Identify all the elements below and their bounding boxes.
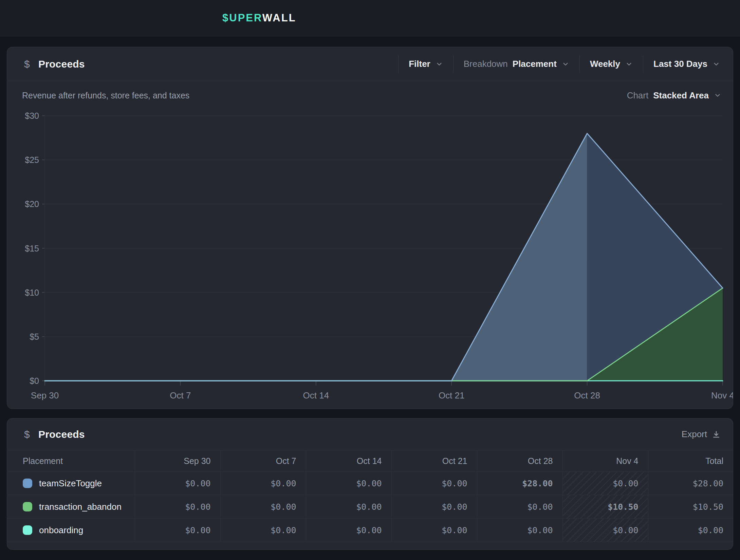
- placement-cell: teamSizeToggle: [7, 472, 135, 495]
- placement-cell: onboarding: [7, 519, 135, 542]
- proceeds-table-card: $ Proceeds Export PlacementSep 30Oct 7Oc…: [7, 418, 733, 550]
- series-name: teamSizeToggle: [39, 478, 102, 489]
- y-axis-label: $0: [30, 376, 39, 386]
- date-range-value: Last 30 Days: [653, 59, 707, 69]
- y-axis-label: $10: [25, 288, 39, 297]
- proceeds-chart-card: $ Proceeds Filter Breakdown Placement We…: [7, 47, 733, 409]
- series-color-chip: [23, 479, 32, 488]
- export-button[interactable]: Export: [682, 429, 721, 440]
- chart-card-title: Proceeds: [38, 58, 85, 70]
- proceeds-table-body: teamSizeToggle$0.00$0.00$0.00$0.00$28.00…: [7, 472, 733, 542]
- column-header: Oct 28: [477, 450, 562, 472]
- export-label: Export: [682, 429, 707, 440]
- divider: [579, 55, 580, 73]
- column-header: Oct 21: [391, 450, 477, 472]
- series-color-chip: [23, 525, 32, 535]
- chart-sub-row: Revenue after refunds, store fees, and t…: [7, 85, 733, 106]
- chart-controls: Filter Breakdown Placement Weekly Last 3…: [388, 55, 720, 73]
- logo-secondary: WALL: [262, 12, 296, 24]
- breakdown-value: Placement: [513, 59, 557, 69]
- value-cell: $0.00: [306, 519, 391, 542]
- x-axis-label: Oct 21: [439, 390, 465, 400]
- breakdown-control[interactable]: Breakdown Placement: [464, 59, 569, 69]
- interval-control[interactable]: Weekly: [590, 59, 633, 69]
- chevron-down-icon: [562, 60, 569, 68]
- value-cell: $0.00: [306, 495, 391, 519]
- series-name: transaction_abandon: [39, 502, 122, 512]
- interval-value: Weekly: [590, 59, 620, 69]
- value-cell: $0.00: [477, 519, 562, 542]
- x-axis-label: Oct 7: [170, 390, 191, 400]
- value-cell: $10.50: [562, 495, 648, 519]
- chart-type-label: Chart: [627, 90, 649, 101]
- dollar-icon: $: [24, 58, 38, 70]
- column-header: Oct 14: [306, 450, 391, 472]
- table-row: teamSizeToggle$0.00$0.00$0.00$0.00$28.00…: [7, 472, 733, 495]
- value-cell: $0.00: [220, 495, 306, 519]
- column-header: Placement: [7, 450, 135, 472]
- value-cell: $0.00: [648, 519, 733, 542]
- value-cell: $10.50: [648, 495, 733, 519]
- chevron-down-icon: [436, 60, 443, 68]
- column-header: Oct 7: [220, 450, 306, 472]
- proceeds-stacked-area-chart[interactable]: $30$25$20$15$10$5$0Sep 30Oct 7Oct 14Oct …: [7, 108, 733, 407]
- chart-subtitle: Revenue after refunds, store fees, and t…: [22, 91, 189, 100]
- value-cell: $0.00: [220, 472, 306, 495]
- x-axis-label: Oct 28: [574, 390, 600, 400]
- placement-cell: transaction_abandon: [7, 495, 135, 519]
- value-cell: $0.00: [477, 495, 562, 519]
- top-bar: $UPERWALL: [0, 0, 740, 36]
- proceeds-table: PlacementSep 30Oct 7Oct 14Oct 21Oct 28No…: [7, 450, 733, 542]
- y-axis-label: $25: [25, 155, 39, 165]
- filter-control[interactable]: Filter: [409, 59, 443, 69]
- table-card-header: $ Proceeds Export: [7, 418, 733, 450]
- y-axis-label: $15: [25, 244, 39, 253]
- chevron-down-icon: [713, 60, 720, 68]
- x-axis-label: Nov 4: [711, 390, 733, 400]
- value-cell: $28.00: [648, 472, 733, 495]
- y-axis-label: $30: [25, 111, 39, 120]
- column-header: Nov 4: [562, 450, 648, 472]
- y-axis-label: $5: [30, 332, 39, 341]
- value-cell: $0.00: [220, 519, 306, 542]
- value-cell: $0.00: [391, 472, 477, 495]
- value-cell: $0.00: [135, 519, 220, 542]
- table-row: transaction_abandon$0.00$0.00$0.00$0.00$…: [7, 495, 733, 519]
- chart-type-value: Stacked Area: [653, 90, 709, 101]
- table-header-row: PlacementSep 30Oct 7Oct 14Oct 21Oct 28No…: [7, 450, 733, 472]
- breakdown-label: Breakdown: [464, 59, 508, 69]
- chevron-down-icon: [714, 92, 721, 99]
- column-header: Sep 30: [135, 450, 220, 472]
- divider: [643, 55, 643, 73]
- dollar-icon: $: [24, 429, 38, 440]
- divider: [398, 55, 399, 73]
- date-range-control[interactable]: Last 30 Days: [653, 59, 720, 69]
- value-cell: $0.00: [135, 472, 220, 495]
- chart-type-control[interactable]: Chart Stacked Area: [627, 90, 721, 101]
- x-axis-label: Sep 30: [31, 390, 59, 400]
- value-cell: $0.00: [562, 519, 648, 542]
- filter-label: Filter: [409, 59, 430, 69]
- value-cell: $0.00: [562, 472, 648, 495]
- value-cell: $0.00: [306, 472, 391, 495]
- table-row: onboarding$0.00$0.00$0.00$0.00$0.00$0.00…: [7, 519, 733, 542]
- value-cell: $0.00: [391, 519, 477, 542]
- app-logo[interactable]: $UPERWALL: [222, 12, 296, 24]
- value-cell: $0.00: [391, 495, 477, 519]
- column-header: Total: [648, 450, 733, 472]
- series-color-chip: [23, 502, 32, 511]
- value-cell: $28.00: [477, 472, 562, 495]
- logo-primary: $UPER: [222, 12, 262, 24]
- chevron-down-icon: [625, 60, 633, 68]
- divider: [453, 55, 454, 73]
- download-icon: [712, 430, 721, 439]
- value-cell: $0.00: [135, 495, 220, 519]
- chart-card-header: $ Proceeds Filter Breakdown Placement We…: [7, 47, 733, 81]
- x-axis-label: Oct 14: [303, 390, 329, 400]
- y-axis-label: $20: [25, 199, 39, 209]
- table-card-title: Proceeds: [38, 429, 85, 440]
- series-name: onboarding: [39, 525, 83, 536]
